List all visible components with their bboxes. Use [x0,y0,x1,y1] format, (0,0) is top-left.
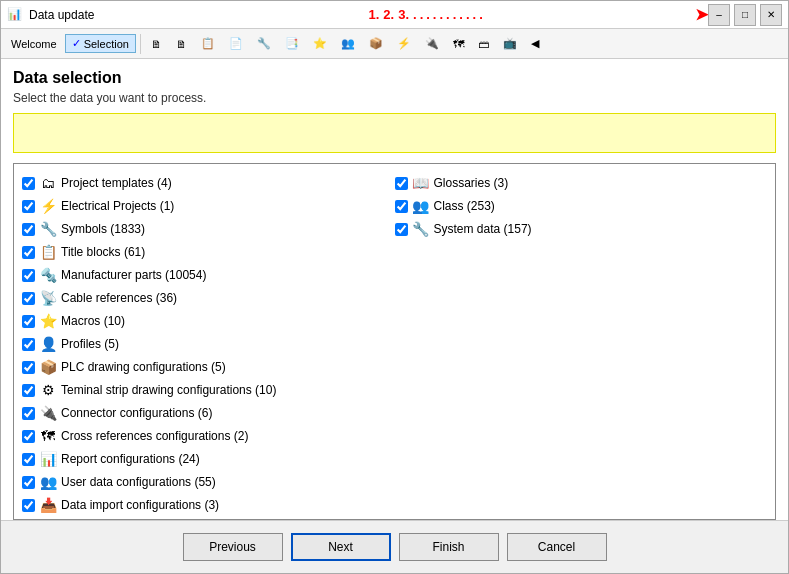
item-checkbox[interactable] [22,315,35,328]
toolbar-icon-11[interactable]: 🔌 [419,35,445,52]
item-icon: ⭐ [39,311,57,332]
item-label: Project templates (4) [61,174,172,192]
clipboard-icon: 📋 [201,37,215,50]
item-icon: 👥 [39,472,57,493]
toolbar-icon-10[interactable]: ⚡ [391,35,417,52]
info-banner [13,113,776,153]
item-label: Macros (10) [61,312,125,330]
item-label: Data import configurations (3) [61,496,219,514]
toolbar-separator [140,34,141,54]
item-checkbox[interactable] [22,476,35,489]
welcome-label: Welcome [11,38,57,50]
item-label: Manufacturer parts (10054) [61,266,206,284]
item-icon: 👥 [412,196,430,217]
title-controls: – □ ✕ [708,4,782,26]
item-checkbox[interactable] [22,338,35,351]
toolbar-icon-13[interactable]: 🗃 [472,36,495,52]
item-icon: 📖 [412,173,430,194]
footer: Previous Next Finish Cancel [1,520,788,573]
app-icon: 📊 [7,7,23,23]
list-item: ⚙Teminal strip drawing configurations (1… [22,379,395,402]
item-checkbox[interactable] [22,407,35,420]
list-item: 📖Glossaries (3) [395,172,768,195]
chevron-left-icon: ◀ [531,37,539,50]
item-label: Teminal strip drawing configurations (10… [61,381,276,399]
monitor-icon: 📺 [503,37,517,50]
item-label: Class (253) [434,197,495,215]
toolbar-icon-4[interactable]: 📄 [223,35,249,52]
tab-welcome[interactable]: Welcome [5,36,63,52]
users-icon: 👥 [341,37,355,50]
item-checkbox[interactable] [22,499,35,512]
doc2-icon: 🗎 [176,38,187,50]
close-button[interactable]: ✕ [760,4,782,26]
item-checkbox[interactable] [22,177,35,190]
item-checkbox[interactable] [22,384,35,397]
item-label: Connector configurations (6) [61,404,212,422]
doc-icon: 🗎 [151,38,162,50]
list-item: 🔧System data (157) [395,218,768,241]
toolbar-icon-5[interactable]: 🔧 [251,35,277,52]
title-bar: 📊 Data update 1. 2. 3. ........... ➤ – □… [1,1,788,29]
item-label: Electrical Projects (1) [61,197,174,215]
map-icon: 🗺 [453,38,464,50]
main-window: 📊 Data update 1. 2. 3. ........... ➤ – □… [0,0,789,574]
item-icon: 🗂 [39,173,57,194]
list-item: 📋Title blocks (61) [22,241,395,264]
item-checkbox[interactable] [22,200,35,213]
wizard-arrow-icon: ➤ [695,5,708,24]
toolbar-icon-3[interactable]: 📋 [195,35,221,52]
wrench-icon: 🔧 [257,37,271,50]
maximize-button[interactable]: □ [734,4,756,26]
star-icon: ⭐ [313,37,327,50]
list-item: 🔩Manufacturer parts (10054) [22,264,395,287]
toolbar-icon-8[interactable]: 👥 [335,35,361,52]
tab-selection[interactable]: ✓ Selection [65,34,136,53]
previous-button[interactable]: Previous [183,533,283,561]
list-item: 🗂Project templates (4) [22,172,395,195]
item-checkbox[interactable] [22,361,35,374]
item-icon: 📊 [39,449,57,470]
item-label: User data configurations (55) [61,473,216,491]
item-checkbox[interactable] [22,269,35,282]
item-checkbox[interactable] [22,223,35,236]
toolbar-icon-14[interactable]: 📺 [497,35,523,52]
wizard-step-2: 2. [383,7,394,22]
item-icon: ⚙ [39,380,57,401]
items-list: 🗂Project templates (4)⚡Electrical Projec… [13,163,776,520]
list-column-2: 📖Glossaries (3)👥Class (253)🔧System data … [395,172,768,520]
toolbar-icon-6[interactable]: 📑 [279,35,305,52]
list-item: 👥User data configurations (55) [22,471,395,494]
item-checkbox[interactable] [22,453,35,466]
paper-icon: 📄 [229,37,243,50]
cancel-button[interactable]: Cancel [507,533,607,561]
item-checkbox[interactable] [395,223,408,236]
next-button[interactable]: Next [291,533,391,561]
item-checkbox[interactable] [395,200,408,213]
title-bar-title: Data update [29,8,369,22]
check-icon: ✓ [72,37,81,50]
toolbar-icon-7[interactable]: ⭐ [307,35,333,52]
item-icon: 📡 [39,288,57,309]
toolbar-icon-15[interactable]: ◀ [525,35,545,52]
item-label: Profiles (5) [61,335,119,353]
wizard-step-3: 3. [398,7,409,22]
list-item: 👤Profiles (5) [22,333,395,356]
item-checkbox[interactable] [22,292,35,305]
item-checkbox[interactable] [22,430,35,443]
finish-button[interactable]: Finish [399,533,499,561]
toolbar-icon-9[interactable]: 📦 [363,35,389,52]
grid-icon: 🗃 [478,38,489,50]
toolbar-icon-12[interactable]: 🗺 [447,36,470,52]
minimize-button[interactable]: – [708,4,730,26]
item-checkbox[interactable] [22,246,35,259]
item-icon: 📦 [39,357,57,378]
item-label: Cross references configurations (2) [61,427,248,445]
list-item: 🔌Connector configurations (6) [22,402,395,425]
item-icon: 🔧 [39,219,57,240]
toolbar-icon-1[interactable]: 🗎 [145,36,168,52]
toolbar-icon-2[interactable]: 🗎 [170,36,193,52]
item-icon: 🔧 [412,219,430,240]
item-checkbox[interactable] [395,177,408,190]
page-title: Data selection [13,69,776,87]
